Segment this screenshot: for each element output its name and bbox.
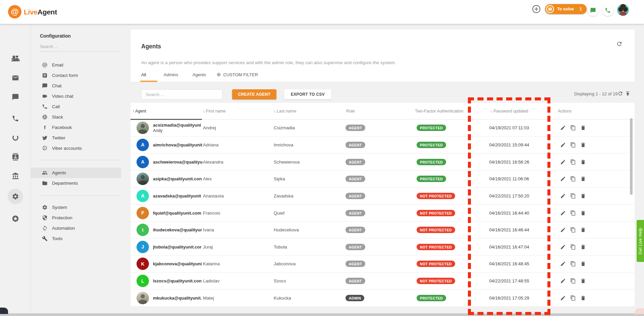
sidebar-item-automation[interactable]: Automation (31, 223, 130, 233)
call-button[interactable] (602, 5, 613, 16)
refresh-icon[interactable] (616, 41, 623, 47)
chats-icon[interactable] (12, 93, 19, 101)
delete-icon[interactable] (580, 142, 586, 148)
sidebar-item-contact-form[interactable]: Contact form (31, 70, 130, 81)
sidebar-item-tools[interactable]: Tools (31, 233, 130, 244)
table-scrollbar-thumb[interactable] (630, 118, 633, 195)
delete-icon[interactable] (580, 295, 586, 301)
column-header-role[interactable]: Role (344, 103, 415, 120)
column-header-two-factor-authentication[interactable]: Two-Factor Authentication (415, 103, 468, 120)
add-new-button[interactable] (532, 5, 541, 13)
first-name-cell: Andrej (203, 125, 273, 130)
user-avatar[interactable] (617, 4, 629, 16)
create-agent-button[interactable]: CREATE AGENT (232, 89, 276, 99)
last-name-cell: Sipka (273, 176, 344, 181)
reports-bank-icon[interactable] (12, 172, 19, 180)
table-row[interactable]: A aschweierova@qualityu Alexandra Schwei… (130, 153, 635, 170)
calls-icon[interactable] (12, 115, 19, 122)
avatar-initial: L (141, 278, 144, 284)
delete-icon[interactable] (580, 125, 586, 131)
column-header-actions[interactable]: Actions (550, 103, 635, 120)
copy-icon[interactable] (570, 227, 576, 233)
edit-icon[interactable] (560, 176, 566, 182)
copy-icon[interactable] (570, 278, 576, 284)
tab-custom-filter[interactable]: ⊕CUSTOM FILTER (217, 67, 258, 82)
agents-search-input[interactable] (141, 89, 222, 99)
copy-icon[interactable] (570, 176, 576, 182)
column-header-password-updated[interactable]: ↑↓Password updated (468, 103, 550, 120)
copy-icon[interactable] (570, 142, 576, 148)
sidebar-item-label: Agents (52, 170, 66, 175)
chat-button[interactable] (587, 5, 599, 16)
tickets-mail-icon[interactable] (12, 74, 19, 82)
tab-all[interactable]: All (141, 67, 146, 82)
table-row[interactable]: A azavadska@qualityunit Anastasiia Zavad… (130, 187, 635, 205)
delete-icon[interactable] (580, 159, 586, 165)
get-live-help-tab[interactable]: Get Live Help (637, 220, 644, 262)
table-row[interactable]: L lszocs@qualityunit.con Ladislav Szocs … (130, 272, 635, 289)
delete-icon[interactable] (580, 244, 586, 250)
dashboard-icon[interactable] (12, 55, 19, 62)
table-row[interactable]: K kjabconova@qualityuni Katarina Jabcono… (130, 255, 635, 272)
copy-icon[interactable] (570, 244, 576, 250)
import-publish-icon[interactable] (625, 91, 631, 96)
sidebar-item-video-chat[interactable]: Video chat (31, 91, 130, 101)
delete-icon[interactable] (580, 227, 586, 233)
table-row[interactable]: I ihudecekova@qualityur Ivana Hudecekova… (130, 221, 635, 238)
edit-icon[interactable] (560, 125, 566, 131)
two-factor-cell: NOT PROTECTED (415, 193, 468, 199)
export-csv-button[interactable]: EXPORT TO CSV (284, 89, 331, 99)
sidebar-item-departments[interactable]: Departments (31, 178, 130, 188)
copy-icon[interactable] (570, 193, 576, 199)
sidebar-item-system[interactable]: System (31, 202, 130, 213)
copy-icon[interactable] (570, 159, 576, 165)
edit-icon[interactable] (560, 142, 566, 148)
edit-icon[interactable] (560, 159, 566, 165)
delete-icon[interactable] (580, 176, 586, 182)
sidebar-item-call[interactable]: Call (31, 101, 130, 112)
copy-icon[interactable] (570, 210, 576, 216)
edit-icon[interactable] (560, 244, 566, 250)
sidebar-item-agents[interactable]: Agents (31, 168, 121, 178)
column-header-agent[interactable]: ↑Agent (130, 103, 203, 120)
edit-icon[interactable] (560, 261, 566, 267)
starred-icon[interactable] (12, 215, 19, 222)
sidebar-item-protection[interactable]: Protection (31, 213, 130, 223)
table-row[interactable]: acsizmadia@qualityuni Andy Andrej Csizma… (130, 120, 635, 136)
copy-icon[interactable] (570, 125, 576, 131)
settings-gear-icon[interactable] (12, 193, 19, 200)
social-ring-icon[interactable] (12, 134, 19, 141)
table-row[interactable]: J jtobola@qualityunit.cor Juraj Tobola A… (130, 238, 635, 255)
sidebar-search-input[interactable] (40, 42, 121, 52)
sidebar-item-slack[interactable]: Slack (31, 112, 130, 122)
bottom-scrollbar-track[interactable] (0, 313, 644, 316)
delete-icon[interactable] (580, 210, 586, 216)
sidebar-item-twitter[interactable]: Twitter (31, 133, 130, 143)
tab-admins[interactable]: Admins (164, 67, 178, 82)
column-header-last-name[interactable]: ↑↓Last name (273, 103, 344, 120)
edit-icon[interactable] (560, 278, 566, 284)
delete-icon[interactable] (580, 261, 586, 267)
agent-email: lszocs@qualityunit.con (153, 278, 202, 284)
delete-icon[interactable] (580, 193, 586, 199)
edit-icon[interactable] (560, 227, 566, 233)
delete-icon[interactable] (580, 278, 586, 284)
table-row[interactable]: A aimrichova@qualityunit Adriana Imricho… (130, 136, 635, 153)
table-row[interactable]: F fquief@qualityunit.com Francois Quief … (130, 204, 635, 221)
sidebar-item-email[interactable]: Email (31, 60, 130, 70)
sidebar-item-chat[interactable]: Chat (31, 81, 130, 91)
column-header-first-name[interactable]: ↑↓First name (203, 103, 273, 120)
table-row[interactable]: mkukucka@qualityunit. Matej Kukucka ADMI… (130, 289, 635, 306)
edit-icon[interactable] (560, 295, 566, 301)
copy-icon[interactable] (570, 261, 576, 267)
customers-card-icon[interactable] (12, 153, 19, 161)
sidebar-item-viber-accounts[interactable]: Viber accounts (31, 143, 130, 153)
tab-agents[interactable]: Agents (193, 67, 206, 82)
table-row[interactable]: asipka@qualityunit.con Alex Sipka AGENT … (130, 170, 635, 187)
edit-icon[interactable] (560, 193, 566, 199)
to-solve-button[interactable]: To solve 1 (545, 4, 587, 14)
copy-icon[interactable] (570, 295, 576, 301)
edit-icon[interactable] (560, 210, 566, 216)
refresh-list-icon[interactable] (618, 91, 623, 96)
sidebar-item-facebook[interactable]: fFacebook (31, 122, 130, 133)
